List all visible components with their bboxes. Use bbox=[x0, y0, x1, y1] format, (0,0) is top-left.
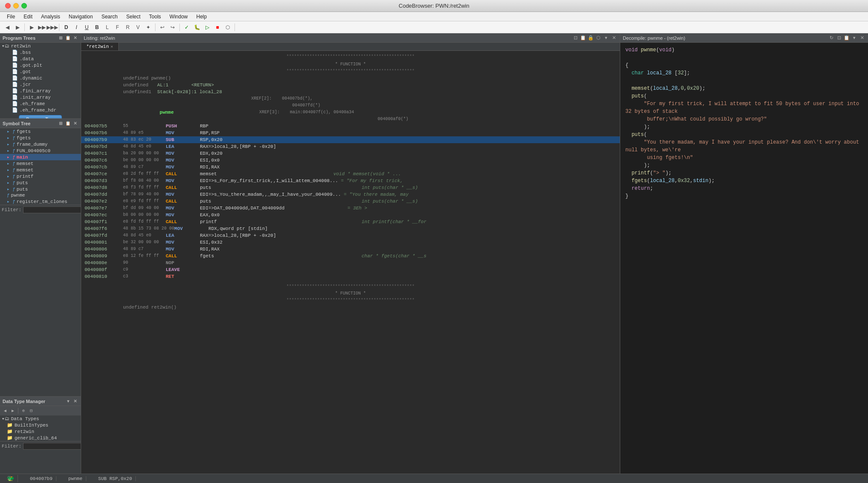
toolbar-stop[interactable]: ■ bbox=[213, 23, 222, 32]
tree-jcr[interactable]: 📄 .jcr bbox=[0, 81, 81, 88]
sym-pwnme[interactable]: ƒ pwnme bbox=[0, 192, 81, 198]
sym-puts2[interactable]: ▸ ƒ puts bbox=[0, 186, 81, 192]
dtm-generic[interactable]: 📁 generic_clib_64 bbox=[0, 435, 81, 441]
pt-icon-1[interactable]: ⊞ bbox=[58, 35, 64, 41]
dc-icon-3[interactable]: ▾ bbox=[851, 35, 858, 41]
dc-icon-2[interactable]: 📋 bbox=[843, 35, 850, 41]
sym-main[interactable]: ▸ ƒ main bbox=[0, 154, 81, 160]
st-icon-3[interactable]: ✕ bbox=[72, 121, 78, 127]
tab-close-icon[interactable]: ✕ bbox=[111, 44, 113, 49]
sym-memset1[interactable]: ▸ ƒ memset bbox=[0, 160, 81, 167]
dc-icon-1[interactable]: ⊡ bbox=[836, 35, 842, 41]
toolbar-check[interactable]: ✓ bbox=[182, 23, 191, 32]
dtm-btn-left[interactable]: ◀ bbox=[2, 407, 9, 414]
asm-sub-rsp[interactable]: 004007b9 48 83 ec 20 SUB RSP,0x20 bbox=[81, 136, 620, 143]
toolbar-hex[interactable]: ⬡ bbox=[223, 23, 232, 32]
tree-init[interactable]: 📄 .init_array bbox=[0, 94, 81, 100]
asm-mov-rdi-rax2[interactable]: 00400806 48 89 c7 MOV RDI,RAX bbox=[81, 246, 620, 253]
tree-got[interactable]: 📄 .got bbox=[0, 68, 81, 75]
toolbar-redo[interactable]: ↪ bbox=[168, 23, 177, 32]
asm-mov-rdi-rax[interactable]: 004007cb 48 89 c7 MOV RDI,RAX bbox=[81, 164, 620, 171]
sym-fgets2[interactable]: ▸ ƒ fgets bbox=[0, 135, 81, 141]
asm-ret[interactable]: 00400810 c3 RET bbox=[81, 273, 620, 280]
asm-call-fgets[interactable]: 00400809 e8 12 fe ff ff CALL fgets char … bbox=[81, 253, 620, 259]
asm-mov-esi[interactable]: 004007c6 be 00 00 00 00 MOV ESI,0x0 bbox=[81, 157, 620, 164]
toolbar-play[interactable]: ▷ bbox=[202, 23, 212, 32]
maximize-button[interactable] bbox=[21, 3, 27, 9]
asm-mov-rdx-stdin[interactable]: 004007f6 48 8b 15 73 08 20 00 MOV RDX,qw… bbox=[81, 225, 620, 232]
dtm-btn-collapse[interactable]: ⊟ bbox=[28, 407, 35, 414]
toolbar-bug[interactable]: 🐛 bbox=[192, 23, 202, 32]
toolbar-star[interactable]: ✦ bbox=[144, 23, 153, 32]
asm-push-rbp[interactable]: 004007b5 55 PUSH RBP bbox=[81, 123, 620, 130]
asm-lea-local28-2[interactable]: 004007fd 48 8d 45 e0 LEA RAX=>local_28,[… bbox=[81, 232, 620, 239]
listing-icon-4[interactable]: ⬡ bbox=[595, 35, 602, 41]
menu-select[interactable]: Select bbox=[123, 13, 144, 21]
listing-icon-1[interactable]: ⊡ bbox=[572, 35, 579, 41]
asm-call-puts2[interactable]: 004007e2 e8 e9 fd ff ff CALL puts int pu… bbox=[81, 198, 620, 205]
asm-mov-eax[interactable]: 004007ec b8 00 00 00 00 MOV EAX,0x0 bbox=[81, 212, 620, 218]
st-icon-2[interactable]: 📋 bbox=[65, 121, 71, 127]
tree-root[interactable]: ▾🗂 ret2win bbox=[0, 43, 81, 49]
listing-icon-5[interactable]: ▾ bbox=[603, 35, 610, 41]
toolbar-u[interactable]: U bbox=[82, 23, 91, 32]
pt-icon-3[interactable]: ✕ bbox=[72, 35, 78, 41]
menu-navigation[interactable]: Navigation bbox=[65, 13, 97, 21]
tree-dynamic[interactable]: 📄 .dynamic bbox=[0, 75, 81, 81]
tree-bss[interactable]: 📄 .bss bbox=[0, 49, 81, 56]
dtm-btn-right[interactable]: ▶ bbox=[9, 407, 16, 414]
menu-search[interactable]: Search bbox=[98, 13, 121, 21]
tree-data[interactable]: 📄 .data bbox=[0, 56, 81, 62]
st-icon-1[interactable]: ⊞ bbox=[58, 121, 64, 127]
sym-fgets1[interactable]: ▸ ƒ fgets bbox=[0, 128, 81, 135]
asm-nop[interactable]: 0040080e 90 NOP bbox=[81, 259, 620, 266]
toolbar-back[interactable]: ◀ bbox=[3, 23, 12, 32]
toolbar-l[interactable]: L bbox=[103, 23, 112, 32]
minimize-button[interactable] bbox=[13, 3, 19, 9]
symbol-filter-input[interactable] bbox=[23, 206, 81, 213]
asm-mov-edi-dat[interactable]: 004007e7 bf dd 09 40 00 MOV EDI=>DAT_004… bbox=[81, 205, 620, 212]
toolbar-f[interactable]: F bbox=[113, 23, 122, 32]
listing-icon-2[interactable]: 📋 bbox=[580, 35, 586, 41]
asm-mov-edi-for[interactable]: 004007d3 bf f8 08 40 00 MOV EDI=>s_For_m… bbox=[81, 177, 620, 184]
toolbar-b[interactable]: B bbox=[92, 23, 102, 32]
toolbar-run[interactable]: ▶ bbox=[27, 23, 36, 32]
program-tree-button[interactable]: Program Tree bbox=[19, 115, 62, 119]
asm-call-memset[interactable]: 004007ce e8 2d fe ff ff CALL memset void… bbox=[81, 171, 620, 177]
sym-memset2[interactable]: ▸ ƒ memset bbox=[0, 167, 81, 173]
dc-icon-refresh[interactable]: ↻ bbox=[828, 35, 835, 41]
dtm-ret2win[interactable]: 📁 ret2win bbox=[0, 428, 81, 435]
decompile-content[interactable]: void pwnme(void) { char local_28 [32]; m… bbox=[620, 43, 868, 474]
toolbar-run2[interactable]: ▶▶ bbox=[37, 23, 47, 32]
menu-analysis[interactable]: Analysis bbox=[38, 13, 64, 21]
asm-call-puts1[interactable]: 004007d8 e8 f3 fd ff ff CALL puts int pu… bbox=[81, 184, 620, 191]
toolbar-d[interactable]: D bbox=[62, 23, 71, 32]
asm-mov-rbp-rsp[interactable]: 004007b6 48 89 e5 MOV RBP,RSP bbox=[81, 130, 620, 136]
toolbar-r[interactable]: R bbox=[123, 23, 132, 32]
dtm-builtin[interactable]: 📁 BuiltInTypes bbox=[0, 422, 81, 428]
sym-printf[interactable]: ▸ ƒ printf bbox=[0, 173, 81, 180]
menu-help[interactable]: Help bbox=[193, 13, 211, 21]
toolbar-forward[interactable]: ▶ bbox=[13, 23, 22, 32]
menu-tools[interactable]: Tools bbox=[146, 13, 164, 21]
sym-fun004005c0[interactable]: ▸ ƒ FUN_004005c0 bbox=[0, 147, 81, 154]
asm-mov-esi-32[interactable]: 00400801 be 32 00 00 00 MOV ESI,0x32 bbox=[81, 239, 620, 246]
tree-fini[interactable]: 📄 .fini_array bbox=[0, 88, 81, 94]
toolbar-i[interactable]: I bbox=[72, 23, 81, 32]
dtm-icon-close[interactable]: ✕ bbox=[72, 398, 78, 404]
dtm-icon-arrow[interactable]: ▾ bbox=[65, 398, 71, 404]
pt-icon-2[interactable]: 📋 bbox=[65, 35, 71, 41]
sym-frame-dummy[interactable]: ▸ ƒ frame_dummy bbox=[0, 141, 81, 147]
asm-lea-local28[interactable]: 004007bd 48 8d 45 e0 LEA RAX=>local_28,[… bbox=[81, 143, 620, 150]
asm-leave[interactable]: 0040080f c9 LEAVE bbox=[81, 266, 620, 273]
dtm-btn-apply[interactable]: ⊕ bbox=[20, 407, 27, 414]
menu-file[interactable]: File bbox=[3, 13, 18, 21]
dtm-root[interactable]: ▾🗂 Data Types bbox=[0, 415, 81, 422]
listing-content[interactable]: ****************************************… bbox=[81, 51, 620, 474]
sym-puts1[interactable]: ▸ ƒ puts bbox=[0, 180, 81, 186]
toolbar-undo[interactable]: ↩ bbox=[158, 23, 167, 32]
tree-got-plt[interactable]: 📄 .got.plt bbox=[0, 62, 81, 68]
sym-register[interactable]: ▸ ƒ register_tm_clones bbox=[0, 198, 81, 205]
asm-mov-edi-you[interactable]: 004007dd bf 78 09 40 00 MOV EDI=>s_You_t… bbox=[81, 191, 620, 198]
asm-mov-edx[interactable]: 004007c1 ba 20 00 00 00 MOV EDX,0x20 bbox=[81, 150, 620, 157]
